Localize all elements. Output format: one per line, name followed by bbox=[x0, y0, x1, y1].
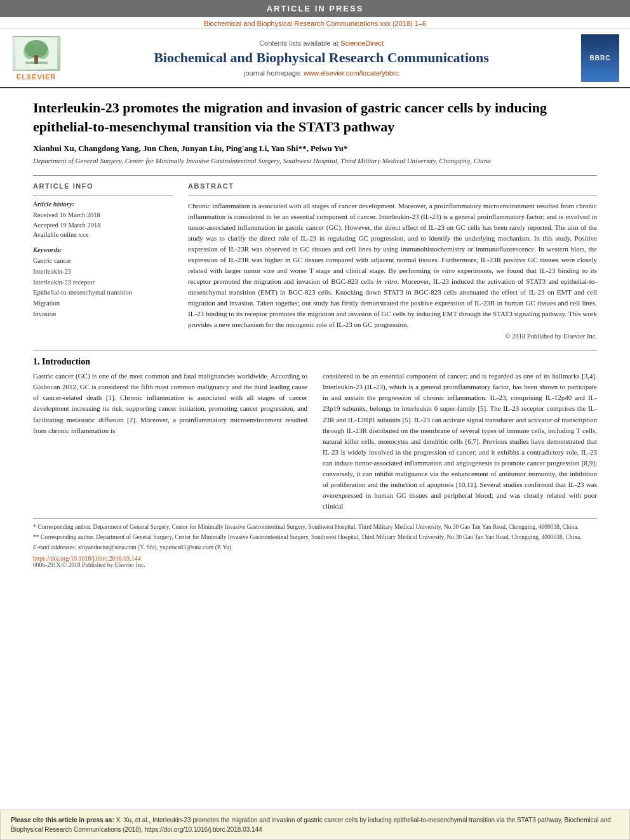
footnote-section: * Corresponding author. Department of Ge… bbox=[33, 518, 597, 568]
affiliation: Department of General Surgery, Center fo… bbox=[33, 156, 597, 166]
accepted-text: Accepted 19 March 2018 bbox=[33, 220, 173, 230]
abstract-heading: ABSTRACT bbox=[188, 182, 597, 190]
keyword-1: Gastric cancer bbox=[33, 256, 173, 267]
doi-link[interactable]: https://doi.org/10.1016/j.bbrc.2018.03.1… bbox=[33, 555, 597, 562]
keyword-5: Migration bbox=[33, 298, 173, 309]
elsevier-brand-text: ELSEVIER bbox=[17, 73, 56, 81]
homepage-label: journal homepage: bbox=[244, 69, 304, 77]
homepage-url: www.elsevier.com/locate/ybbrc bbox=[304, 69, 399, 77]
sciencedirect-link[interactable]: ScienceDirect bbox=[340, 39, 384, 47]
history-label: Article history: bbox=[33, 201, 173, 208]
bbrc-logo-block: BBRC bbox=[578, 34, 622, 82]
issn-text: 0006-291X/© 2018 Published by Elsevier I… bbox=[33, 562, 597, 568]
please-cite-label: Please cite this article in press as: bbox=[11, 817, 114, 823]
page: ARTICLE IN PRESS Biochemical and Biophys… bbox=[0, 0, 630, 840]
article-in-press-banner: ARTICLE IN PRESS bbox=[0, 0, 630, 17]
svg-rect-5 bbox=[25, 62, 48, 64]
journal-homepage-line: journal homepage: www.elsevier.com/locat… bbox=[244, 69, 399, 77]
bbrc-text: BBRC bbox=[590, 55, 611, 62]
intro-body-cols: Gastric cancer (GC) is one of the most c… bbox=[33, 371, 597, 512]
authors-text: Xianhui Xu, Changdong Yang, Jun Chen, Ju… bbox=[33, 143, 348, 153]
available-text: Available online xxx bbox=[33, 230, 173, 240]
footnote-emails: E-mail addresses: shiyandoctor@sina.com … bbox=[33, 543, 597, 552]
abstract-col: ABSTRACT Chronic inflammation is associa… bbox=[188, 182, 597, 340]
journal-header: ELSEVIER Contents lists available at Sci… bbox=[0, 29, 630, 88]
footnote-star1: * Corresponding author. Department of Ge… bbox=[33, 523, 597, 531]
bbrc-logo-img: BBRC bbox=[581, 34, 619, 82]
keyword-2: Interleukin-23 bbox=[33, 267, 173, 277]
sciencedirect-link-text: ScienceDirect bbox=[340, 39, 384, 47]
article-info-col: ARTICLE INFO Article history: Received 1… bbox=[33, 182, 173, 340]
journal-main-title: Biochemical and Biophysical Research Com… bbox=[154, 50, 489, 66]
keyword-6: Invasion bbox=[33, 309, 173, 320]
banner-text: ARTICLE IN PRESS bbox=[267, 4, 364, 13]
citation-bar: Please cite this article in press as: X.… bbox=[0, 810, 630, 840]
doi-text: https://doi.org/10.1016/j.bbrc.2018.03.1… bbox=[33, 555, 141, 562]
article-info-divider bbox=[33, 195, 173, 196]
abstract-text: Chronic inflammation is associated with … bbox=[188, 201, 597, 331]
footnote-star2: ** Corresponding author. Department of G… bbox=[33, 533, 597, 542]
intro-heading: 1. Introduction bbox=[33, 357, 597, 367]
journal-homepage-link[interactable]: www.elsevier.com/locate/ybbrc bbox=[304, 69, 399, 77]
elsevier-logo-img bbox=[13, 36, 60, 71]
elsevier-logo-block: ELSEVIER bbox=[8, 34, 65, 82]
sciencedirect-line: Contents lists available at ScienceDirec… bbox=[259, 39, 384, 47]
article-title: Interleukin-23 promotes the migration an… bbox=[33, 98, 597, 136]
keywords-label: Keywords: bbox=[33, 246, 173, 253]
article-info-abstract-section: ARTICLE INFO Article history: Received 1… bbox=[33, 175, 597, 340]
keyword-4: Epithelial-to-mesenchymal transition bbox=[33, 288, 173, 298]
journal-header-line: Biochemical and Biophysical Research Com… bbox=[0, 17, 630, 29]
intro-right-col: considered to be an essential component … bbox=[323, 371, 597, 512]
journal-citation-text: Biochemical and Biophysical Research Com… bbox=[204, 20, 426, 27]
authors-line: Xianhui Xu, Changdong Yang, Jun Chen, Ju… bbox=[33, 143, 597, 154]
keywords-section: Keywords: Gastric cancer Interleukin-23 … bbox=[33, 246, 173, 320]
article-info-heading: ARTICLE INFO bbox=[33, 182, 173, 190]
main-content: Interleukin-23 promotes the migration an… bbox=[0, 88, 630, 804]
journal-title-block: Contents lists available at ScienceDirec… bbox=[71, 34, 572, 82]
copyright-text: © 2018 Published by Elsevier Inc. bbox=[188, 333, 597, 340]
received-text: Received 16 March 2018 bbox=[33, 210, 173, 220]
intro-section: 1. Introduction Gastric cancer (GC) is o… bbox=[33, 350, 597, 512]
intro-right-text: considered to be an essential component … bbox=[323, 371, 597, 512]
intro-left-text: Gastric cancer (GC) is one of the most c… bbox=[33, 371, 307, 436]
keyword-3: Interleukin-23 receptor bbox=[33, 277, 173, 288]
intro-left-col: Gastric cancer (GC) is one of the most c… bbox=[33, 371, 307, 512]
sciencedirect-label: Contents lists available at bbox=[259, 39, 340, 47]
elsevier-tree-icon bbox=[16, 37, 57, 69]
abstract-divider bbox=[188, 195, 597, 196]
